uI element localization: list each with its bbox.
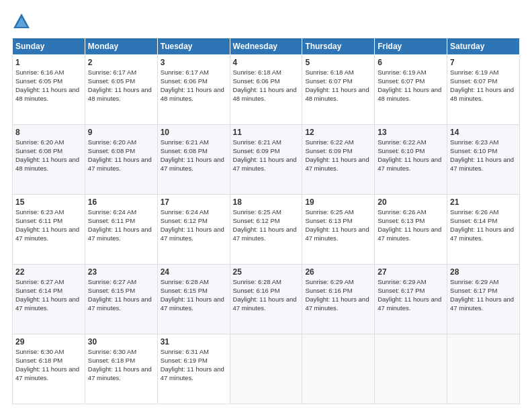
sunset-label: Sunset: 6:17 PM	[450, 287, 497, 294]
calendar-cell: 9 Sunrise: 6:20 AM Sunset: 6:08 PM Dayli…	[85, 125, 157, 195]
sunrise-label: Sunrise: 6:24 AM	[88, 208, 136, 216]
sunset-label: Sunset: 6:15 PM	[161, 287, 208, 294]
sunrise-label: Sunrise: 6:25 AM	[305, 208, 353, 216]
sunset-label: Sunset: 6:09 PM	[305, 147, 352, 154]
sunset-label: Sunset: 6:05 PM	[15, 77, 62, 85]
calendar-cell: 2 Sunrise: 6:17 AM Sunset: 6:05 PM Dayli…	[85, 55, 157, 125]
calendar-day-header: Thursday	[302, 38, 375, 55]
calendar-cell: 12 Sunrise: 6:22 AM Sunset: 6:09 PM Dayl…	[302, 125, 375, 195]
sunrise-label: Sunrise: 6:19 AM	[378, 68, 426, 76]
day-number: 29	[15, 336, 82, 347]
daylight-label: Daylight: 11 hours and 47 minutes.	[88, 156, 152, 172]
sunrise-label: Sunrise: 6:23 AM	[15, 208, 64, 216]
sunset-label: Sunset: 6:06 PM	[233, 77, 280, 85]
calendar-day-header: Friday	[375, 38, 447, 55]
sunrise-label: Sunrise: 6:22 AM	[378, 138, 426, 146]
calendar-cell: 27 Sunrise: 6:29 AM Sunset: 6:17 PM Dayl…	[375, 265, 447, 334]
calendar-cell	[447, 334, 520, 404]
calendar-week-row: 15 Sunrise: 6:23 AM Sunset: 6:11 PM Dayl…	[13, 195, 520, 265]
calendar-day-header: Saturday	[447, 38, 520, 55]
sunset-label: Sunset: 6:13 PM	[378, 217, 425, 224]
calendar-week-row: 29 Sunrise: 6:30 AM Sunset: 6:18 PM Dayl…	[13, 334, 520, 404]
daylight-label: Daylight: 11 hours and 47 minutes.	[15, 295, 79, 312]
calendar-day-header: Sunday	[13, 38, 85, 55]
sunrise-label: Sunrise: 6:27 AM	[88, 278, 136, 285]
calendar-day-header: Wednesday	[230, 38, 302, 55]
daylight-label: Daylight: 11 hours and 47 minutes.	[378, 156, 441, 172]
calendar-cell: 31 Sunrise: 6:31 AM Sunset: 6:19 PM Dayl…	[157, 334, 230, 404]
calendar-table: SundayMondayTuesdayWednesdayThursdayFrid…	[12, 38, 520, 404]
sunrise-label: Sunrise: 6:21 AM	[161, 138, 209, 146]
calendar-cell	[375, 334, 447, 404]
calendar-cell: 24 Sunrise: 6:28 AM Sunset: 6:15 PM Dayl…	[157, 265, 230, 334]
daylight-label: Daylight: 11 hours and 47 minutes.	[233, 226, 297, 242]
daylight-label: Daylight: 11 hours and 48 minutes.	[88, 86, 152, 102]
sunrise-label: Sunrise: 6:26 AM	[378, 208, 426, 216]
sunset-label: Sunset: 6:07 PM	[450, 77, 497, 85]
daylight-label: Daylight: 11 hours and 47 minutes.	[15, 226, 79, 242]
daylight-label: Daylight: 11 hours and 48 minutes.	[378, 86, 441, 102]
sunset-label: Sunset: 6:08 PM	[15, 147, 62, 154]
header	[12, 12, 520, 31]
daylight-label: Daylight: 11 hours and 47 minutes.	[15, 365, 79, 381]
sunrise-label: Sunrise: 6:20 AM	[15, 138, 64, 146]
calendar-week-row: 8 Sunrise: 6:20 AM Sunset: 6:08 PM Dayli…	[13, 125, 520, 195]
daylight-label: Daylight: 11 hours and 47 minutes.	[161, 226, 224, 242]
sunset-label: Sunset: 6:14 PM	[15, 287, 62, 294]
sunset-label: Sunset: 6:07 PM	[378, 77, 425, 85]
sunrise-label: Sunrise: 6:17 AM	[161, 68, 209, 76]
daylight-label: Daylight: 11 hours and 48 minutes.	[450, 86, 514, 102]
sunrise-label: Sunrise: 6:24 AM	[161, 208, 209, 216]
day-number: 4	[233, 57, 300, 68]
daylight-label: Daylight: 11 hours and 47 minutes.	[450, 156, 514, 172]
day-number: 27	[378, 267, 444, 277]
day-number: 8	[15, 127, 82, 138]
sunrise-label: Sunrise: 6:29 AM	[305, 278, 353, 285]
day-number: 16	[88, 197, 154, 208]
sunset-label: Sunset: 6:10 PM	[378, 147, 425, 154]
sunset-label: Sunset: 6:06 PM	[161, 77, 208, 85]
day-number: 17	[161, 197, 227, 208]
day-number: 10	[161, 127, 227, 138]
calendar-cell: 20 Sunrise: 6:26 AM Sunset: 6:13 PM Dayl…	[375, 195, 447, 265]
calendar-cell: 18 Sunrise: 6:25 AM Sunset: 6:12 PM Dayl…	[230, 195, 302, 265]
sunset-label: Sunset: 6:11 PM	[88, 217, 135, 224]
day-number: 6	[378, 57, 444, 68]
sunset-label: Sunset: 6:11 PM	[15, 217, 62, 224]
daylight-label: Daylight: 11 hours and 48 minutes.	[161, 86, 224, 102]
calendar-cell: 22 Sunrise: 6:27 AM Sunset: 6:14 PM Dayl…	[13, 265, 85, 334]
sunset-label: Sunset: 6:15 PM	[88, 287, 135, 294]
day-number: 20	[378, 197, 444, 208]
sunrise-label: Sunrise: 6:19 AM	[450, 68, 498, 76]
daylight-label: Daylight: 11 hours and 48 minutes.	[15, 86, 79, 102]
sunset-label: Sunset: 6:08 PM	[161, 147, 208, 154]
day-number: 24	[161, 267, 227, 277]
day-number: 31	[161, 336, 227, 347]
calendar-cell: 16 Sunrise: 6:24 AM Sunset: 6:11 PM Dayl…	[85, 195, 157, 265]
calendar-body: 1 Sunrise: 6:16 AM Sunset: 6:05 PM Dayli…	[13, 55, 520, 404]
sunrise-label: Sunrise: 6:27 AM	[15, 278, 64, 285]
calendar-week-row: 22 Sunrise: 6:27 AM Sunset: 6:14 PM Dayl…	[13, 265, 520, 334]
day-number: 30	[88, 336, 154, 347]
sunrise-label: Sunrise: 6:20 AM	[88, 138, 136, 146]
calendar-cell: 14 Sunrise: 6:23 AM Sunset: 6:10 PM Dayl…	[447, 125, 520, 195]
calendar-cell: 3 Sunrise: 6:17 AM Sunset: 6:06 PM Dayli…	[157, 55, 230, 125]
sunrise-label: Sunrise: 6:29 AM	[450, 278, 498, 285]
calendar-cell: 11 Sunrise: 6:21 AM Sunset: 6:09 PM Dayl…	[230, 125, 302, 195]
calendar-cell: 7 Sunrise: 6:19 AM Sunset: 6:07 PM Dayli…	[447, 55, 520, 125]
daylight-label: Daylight: 11 hours and 47 minutes.	[161, 365, 224, 381]
daylight-label: Daylight: 11 hours and 47 minutes.	[233, 156, 297, 172]
calendar-cell: 26 Sunrise: 6:29 AM Sunset: 6:16 PM Dayl…	[302, 265, 375, 334]
calendar-cell: 23 Sunrise: 6:27 AM Sunset: 6:15 PM Dayl…	[85, 265, 157, 334]
calendar-cell: 13 Sunrise: 6:22 AM Sunset: 6:10 PM Dayl…	[375, 125, 447, 195]
daylight-label: Daylight: 11 hours and 47 minutes.	[161, 295, 224, 312]
day-number: 7	[450, 57, 517, 68]
calendar-cell: 5 Sunrise: 6:18 AM Sunset: 6:07 PM Dayli…	[302, 55, 375, 125]
sunrise-label: Sunrise: 6:18 AM	[233, 68, 281, 76]
day-number: 26	[305, 267, 371, 277]
daylight-label: Daylight: 11 hours and 48 minutes.	[305, 86, 369, 102]
daylight-label: Daylight: 11 hours and 47 minutes.	[88, 365, 152, 381]
sunset-label: Sunset: 6:16 PM	[233, 287, 280, 294]
calendar-cell: 25 Sunrise: 6:28 AM Sunset: 6:16 PM Dayl…	[230, 265, 302, 334]
sunset-label: Sunset: 6:08 PM	[88, 147, 135, 154]
